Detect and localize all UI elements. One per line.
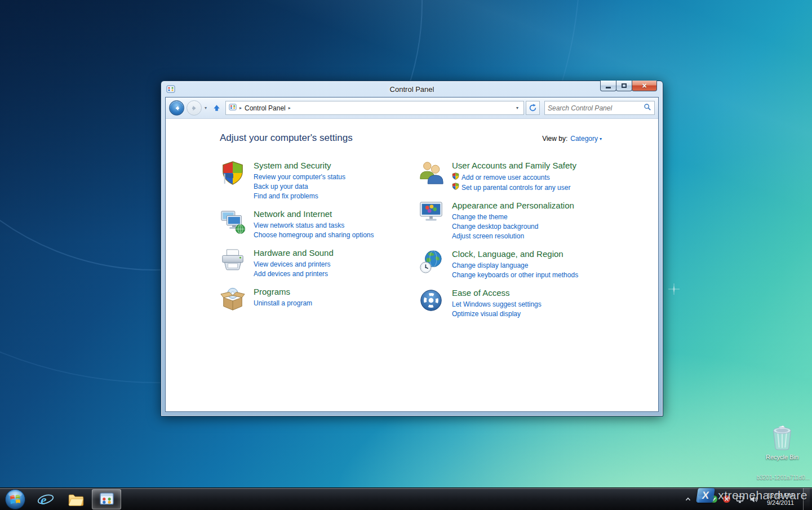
category-column-right: User Accounts and Family Safety Add or r… — [418, 159, 602, 326]
recycle-bin[interactable]: Recycle Bin — [764, 424, 800, 460]
category-ease-of-access: Ease of Access Let Windows suggest setti… — [418, 287, 602, 319]
network-monitors-icon[interactable] — [220, 208, 248, 240]
category-clock-language-region: Clock, Language, and Region Change displ… — [418, 248, 602, 280]
build-watermark-text: b3201-1201a711d0... — [757, 474, 810, 481]
close-button[interactable]: × — [632, 81, 657, 91]
task-link[interactable]: Let Windows suggest settings — [452, 300, 542, 309]
task-link[interactable]: Set up parental controls for any user — [452, 183, 576, 193]
task-link[interactable]: View network status and tasks — [254, 221, 374, 230]
task-link[interactable]: Change keyboards or other input methods — [452, 270, 578, 280]
task-link[interactable]: Add or remove user accounts — [452, 172, 576, 183]
printer-icon[interactable] — [220, 247, 248, 279]
task-link[interactable]: Find and fix problems — [254, 192, 345, 201]
watermark-x-logo: X — [696, 488, 715, 503]
view-by-label: View by: — [542, 135, 567, 143]
wallpaper-sparkle-decoration — [668, 283, 680, 297]
category-title-appearance[interactable]: Appearance and Personalization — [452, 201, 574, 210]
view-by-dropdown[interactable]: Category ▾ — [570, 135, 602, 143]
internet-explorer-icon: e — [37, 490, 55, 508]
minimize-button[interactable] — [600, 81, 616, 91]
navigation-bar: ▾ ▸ Control Panel ▸ ▾ — [166, 97, 658, 119]
control-panel-window: Control Panel × ▾ — [161, 81, 663, 416]
personalization-monitor-icon[interactable] — [418, 199, 446, 241]
maximize-button[interactable] — [616, 81, 632, 91]
category-title-network-and-internet[interactable]: Network and Internet — [254, 209, 332, 219]
taskbar-item-control-panel[interactable] — [92, 489, 121, 509]
svg-text:e: e — [41, 492, 47, 507]
recycle-bin-label: Recycle Bin — [764, 454, 800, 460]
category-column-left: System and Security Review your computer… — [220, 159, 418, 326]
chevron-down-icon: ▾ — [600, 136, 602, 141]
taskbar-item-internet-explorer[interactable]: e — [31, 489, 60, 509]
control-panel-icon — [166, 85, 175, 94]
window-controls: × — [601, 81, 657, 91]
control-panel-home: Adjust your computer's settings View by:… — [166, 119, 658, 411]
category-system-and-security: System and Security Review your computer… — [220, 159, 418, 201]
search-icon[interactable] — [644, 103, 651, 113]
task-link[interactable]: Adjust screen resolution — [452, 232, 574, 241]
task-link[interactable]: Change desktop background — [452, 222, 574, 232]
task-link[interactable]: Review your computer's status — [254, 172, 345, 182]
search-input[interactable] — [548, 104, 644, 112]
windows-orb-icon — [5, 489, 26, 510]
task-link[interactable]: Optimize visual display — [452, 309, 542, 319]
window-client-area: ▾ ▸ Control Panel ▸ ▾ — [165, 97, 659, 412]
category-programs: Programs Uninstall a program — [220, 286, 418, 314]
task-link[interactable]: Change display language — [452, 261, 578, 270]
minimize-icon — [606, 87, 611, 88]
close-icon: × — [642, 81, 646, 90]
task-link-label: Add or remove user accounts — [462, 173, 550, 183]
category-hardware-and-sound: Hardware and Sound View devices and prin… — [220, 247, 418, 279]
page-title: Adjust your computer's settings — [220, 132, 353, 144]
desktop: Control Panel × ▾ — [0, 0, 812, 510]
user-accounts-icon[interactable] — [418, 159, 446, 193]
task-link[interactable]: Uninstall a program — [254, 299, 312, 308]
back-button[interactable] — [169, 100, 184, 116]
hidden-icons-chevron-icon[interactable] — [684, 495, 692, 503]
maximize-icon — [622, 83, 627, 88]
view-by-value: Category — [570, 135, 598, 143]
address-dropdown-icon[interactable]: ▾ — [514, 101, 521, 114]
task-link-label: Set up parental controls for any user — [462, 183, 570, 193]
recent-pages-chevron-icon[interactable]: ▾ — [204, 105, 207, 110]
site-watermark: X xtremehardware — [697, 488, 807, 503]
category-title-user-accounts[interactable]: User Accounts and Family Safety — [452, 161, 576, 170]
window-titlebar[interactable]: Control Panel × — [165, 81, 659, 97]
control-panel-icon — [99, 491, 114, 507]
category-title-programs[interactable]: Programs — [254, 287, 290, 296]
taskbar: e — [0, 487, 812, 510]
task-link[interactable]: Add devices and printers — [254, 269, 334, 279]
category-appearance-and-personalization: Appearance and Personalization Change th… — [418, 199, 602, 241]
breadcrumb-arrow-icon[interactable]: ▸ — [289, 105, 291, 110]
control-panel-icon — [229, 103, 237, 113]
breadcrumb[interactable]: ▸ Control Panel ▸ ▾ — [225, 101, 524, 115]
breadcrumb-arrow-icon[interactable]: ▸ — [239, 105, 242, 110]
category-user-accounts-and-family-safety: User Accounts and Family Safety Add or r… — [418, 159, 602, 193]
category-title-hardware-and-sound[interactable]: Hardware and Sound — [254, 248, 334, 258]
task-link[interactable]: Change the theme — [452, 212, 574, 222]
search-box — [544, 101, 655, 115]
taskbar-item-windows-explorer[interactable] — [61, 489, 91, 509]
category-title-clock-language-region[interactable]: Clock, Language, and Region — [452, 249, 563, 259]
uac-shield-icon — [452, 183, 459, 193]
folder-icon — [67, 490, 85, 508]
task-link[interactable]: Choose homegroup and sharing options — [254, 230, 374, 240]
task-link[interactable]: Back up your data — [254, 182, 345, 192]
security-shield-icon[interactable] — [220, 159, 248, 201]
refresh-button[interactable] — [526, 101, 540, 115]
program-box-icon[interactable] — [220, 286, 248, 314]
up-button[interactable] — [210, 101, 223, 115]
globe-clock-icon[interactable] — [418, 248, 446, 280]
watermark-label: xtremehardware — [718, 489, 807, 502]
uac-shield-icon — [452, 172, 459, 183]
category-network-and-internet: Network and Internet View network status… — [220, 208, 418, 240]
category-title-system-and-security[interactable]: System and Security — [254, 161, 331, 170]
task-link[interactable]: View devices and printers — [254, 260, 334, 269]
ease-of-access-icon[interactable] — [418, 287, 446, 319]
forward-button[interactable] — [187, 100, 202, 116]
window-title: Control Panel — [165, 85, 659, 94]
start-button[interactable] — [0, 488, 30, 510]
category-title-ease-of-access[interactable]: Ease of Access — [452, 288, 510, 298]
breadcrumb-item-control-panel[interactable]: Control Panel — [245, 104, 286, 112]
recycle-bin-icon — [769, 424, 795, 451]
